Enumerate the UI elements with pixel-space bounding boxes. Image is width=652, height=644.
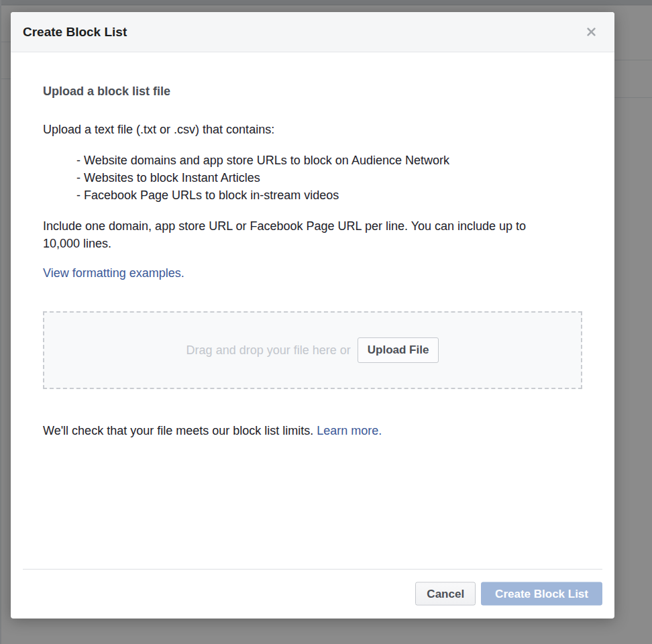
create-block-list-modal: Create Block List Upload a block list fi… — [11, 12, 614, 619]
limits-paragraph: Include one domain, app store URL or Fac… — [43, 217, 553, 252]
close-button[interactable] — [584, 25, 598, 40]
dimmed-page-row-line — [0, 42, 11, 42]
modal-header: Create Block List — [11, 12, 614, 52]
file-dropzone[interactable]: Drag and drop your file here or Upload F… — [43, 311, 582, 389]
bullet-item: - Website domains and app store URLs to … — [76, 152, 582, 169]
modal-title: Create Block List — [23, 25, 127, 40]
close-icon — [586, 27, 596, 37]
dropzone-prompt: Drag and drop your file here or — [186, 343, 351, 358]
intro-text: Upload a text file (.txt or .csv) that c… — [43, 121, 582, 138]
footer-buttons: Cancel Create Block List — [415, 582, 602, 606]
modal-footer: Cancel Create Block List — [11, 569, 614, 619]
view-formatting-examples-link[interactable]: View formatting examples. — [43, 266, 184, 280]
upload-file-button[interactable]: Upload File — [358, 337, 439, 363]
dimmed-page-row-line — [614, 97, 652, 98]
section-heading: Upload a block list file — [43, 84, 582, 99]
dimmed-page-row-line — [0, 78, 11, 79]
footer-note-text: We'll check that your file meets our blo… — [43, 424, 313, 437]
modal-body: Upload a block list file Upload a text f… — [11, 52, 614, 439]
bullet-item: - Facebook Page URLs to block in-stream … — [76, 186, 582, 204]
dimmed-page-header — [0, 0, 652, 5]
footer-note-row: We'll check that your file meets our blo… — [43, 422, 582, 439]
bullet-item: - Websites to block Instant Articles — [76, 169, 582, 186]
dimmed-page-row-line — [614, 60, 652, 60]
bullet-list: - Website domains and app store URLs to … — [43, 152, 582, 204]
create-block-list-button[interactable]: Create Block List — [481, 582, 602, 606]
dimmed-page-left-edge — [0, 0, 1, 644]
footer-divider — [23, 569, 602, 570]
cancel-button[interactable]: Cancel — [415, 582, 476, 606]
formatting-link-row: View formatting examples. — [43, 265, 582, 282]
learn-more-link[interactable]: Learn more. — [317, 424, 382, 437]
